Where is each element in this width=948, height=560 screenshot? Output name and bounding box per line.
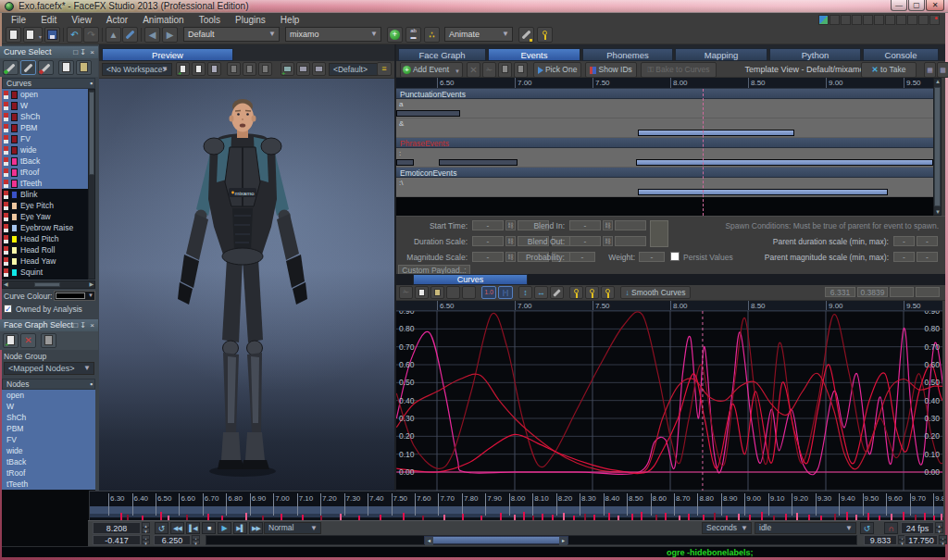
tab-python[interactable]: Python [769,48,861,61]
workspace-tool-icon[interactable] [227,62,241,76]
range-start-field[interactable]: -0.417 [93,535,141,545]
node-graph-icon[interactable]: ∴ [424,27,440,43]
node-list-item[interactable]: W [2,401,95,412]
key-tool-icon[interactable] [537,27,553,43]
tool-icon[interactable] [462,286,476,299]
menu-item-actor[interactable]: Actor [106,15,128,25]
node-list-item[interactable]: ShCh [2,412,95,423]
probability-field[interactable]: - [569,252,595,262]
edit-curve-icon[interactable] [20,60,36,75]
curve-list-item[interactable]: tTeeth [2,178,95,189]
owned-by-analysis-checkbox[interactable]: ✓ [4,305,12,313]
master-timeline[interactable]: 6.306.406.506.606.706.806.907.007.107.20… [90,491,943,520]
workspace-tool-icon[interactable] [243,62,256,76]
display-options-icon[interactable]: ≡ [377,62,392,76]
magnitude-scale-field[interactable]: - [472,252,504,262]
curve-list-item[interactable]: ShCh [2,111,95,122]
panel-close-icon[interactable]: × [90,321,94,330]
delete-curve-icon[interactable] [38,60,54,75]
menu-item-plugins[interactable]: Plugins [235,15,266,25]
play-button[interactable]: ▶ [218,522,231,534]
range-slider-thumb[interactable]: ◂ ▸ [424,536,568,544]
layout-toggle-button[interactable] [918,15,929,25]
parent-duration-min-field[interactable]: - [893,236,915,246]
tab-console[interactable]: Console [863,48,939,61]
curve-list-item[interactable]: Blink [2,189,95,200]
event-bar[interactable] [396,110,460,117]
curve-list-item[interactable]: tBack [2,156,95,167]
curve-list-item[interactable]: W [2,100,95,111]
parent-magnitude-max-field[interactable]: - [917,252,938,262]
event-bar[interactable] [439,159,518,166]
fit-vertical-icon[interactable]: ↕ [518,286,532,299]
tool-icon[interactable] [446,286,460,299]
node-list-item[interactable]: wide [2,445,95,456]
menu-item-edit[interactable]: Edit [41,15,56,25]
events-vscroll[interactable]: ▲ ▼ [933,78,942,216]
blend-in-field2[interactable] [615,220,646,230]
window-end-field[interactable]: 17.750 [904,535,938,545]
open-actor-button[interactable]: ▾ [23,27,43,43]
layout-toggle-button[interactable] [874,15,884,25]
title-bar[interactable]: Exo.facefx* - FaceFX Studio 2013 (Profes… [0,0,948,13]
status-combo[interactable]: idle▼ [755,522,856,534]
rewind-button[interactable]: ◀◀ [170,522,184,534]
nodes-list-header[interactable]: Nodes▪ [2,379,95,390]
event-track-row[interactable]: & [396,118,933,138]
tab-phonemes[interactable]: Phonemes [582,48,673,61]
event-bar[interactable] [638,189,888,195]
curve-list-item[interactable]: open [2,89,95,100]
curve-list-hscroll[interactable]: ◀ ▶ [2,280,95,289]
add-event-button[interactable]: + Add Event ▼ [400,62,463,78]
range-end-down-icon[interactable]: ▾ [192,540,200,544]
grid-view-icon[interactable]: ▦ [924,62,936,78]
menu-item-file[interactable]: File [11,15,26,25]
snap-value-toggle[interactable]: 1.0 [481,286,496,299]
maximize-button[interactable]: ▢ [908,0,925,11]
workspace-combo[interactable]: Default▼ [183,27,280,42]
event-bar[interactable] [636,159,933,166]
loop-icon[interactable]: ↺ [860,522,874,534]
curve-list-item[interactable]: Eyebrow Raise [2,222,95,233]
weight-field[interactable]: - [639,252,665,262]
curve-list-item[interactable]: Brows_Rain [2,278,95,280]
event-bar[interactable] [396,159,413,166]
show-ids-button[interactable]: Show IDs [585,62,637,78]
range-end-field[interactable]: 6.250 [154,535,191,545]
curve-in-field[interactable] [890,287,914,297]
playback-speed-combo[interactable]: Normal▼ [264,522,321,534]
rename-icon[interactable]: ab▬ [405,27,421,43]
close-button[interactable]: ✕ [926,0,944,11]
event-group-header[interactable]: EmoticonEvents [396,168,933,178]
window-start-field[interactable]: 9.833 [864,535,897,545]
curve-graph[interactable]: 0.900.900.800.800.700.700.600.600.500.50… [396,311,942,492]
layout-toggle-button[interactable] [929,15,940,25]
range-start-down-icon[interactable]: ▾ [142,540,150,544]
to-take-button[interactable]: ✕ to Take [861,62,917,78]
event-bar[interactable] [638,130,795,136]
parent-duration-max-field[interactable]: - [917,236,938,246]
camera-view-icon[interactable] [296,62,310,76]
skip-end-button[interactable]: ▶▌ [233,522,247,534]
camera-lock-icon[interactable] [312,62,326,76]
parent-magnitude-min-field[interactable]: - [893,252,915,262]
save-actor-button[interactable] [44,27,60,43]
viewport-3d[interactable]: mixamo [99,79,394,491]
window-end-down-icon[interactable]: ▾ [939,540,947,544]
undo-icon[interactable]: ↶ [67,27,82,43]
camera-icon[interactable]: + [281,62,294,76]
curves-ruler[interactable]: 6.507.007.508.008.509.009.50 [396,301,942,311]
link-icon[interactable]: ⛓ [603,236,613,246]
cut-event-icon[interactable]: ✁ [482,62,496,78]
curve-list-item[interactable]: Squint [2,267,95,278]
curve-list-item[interactable]: FV [2,133,95,144]
blend-out-field2[interactable] [615,236,646,246]
skip-start-button[interactable]: ▌◀ [186,522,200,534]
layout-toggle-button[interactable] [863,15,873,25]
menu-item-animation[interactable]: Animation [143,15,183,25]
actor-combo[interactable]: mixamo▼ [285,27,381,42]
event-tracks[interactable]: PunctuationEventsa&PhraseEvents:Emoticon… [396,89,933,216]
blend-out-field[interactable]: - [569,236,601,246]
blend-in-field[interactable]: - [569,220,601,230]
copy-event-icon[interactable] [498,62,512,78]
